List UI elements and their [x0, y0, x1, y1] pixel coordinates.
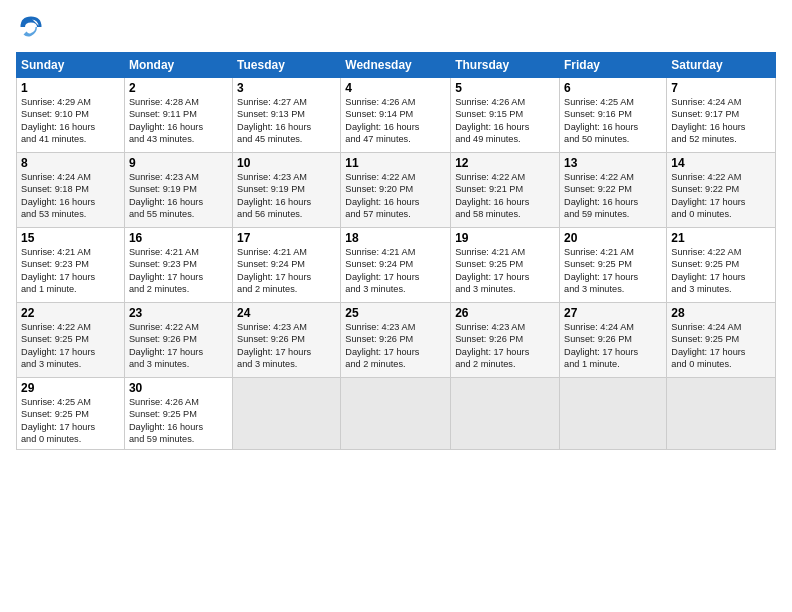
- day-info: Sunrise: 4:21 AM Sunset: 9:23 PM Dayligh…: [129, 246, 228, 296]
- table-row: 23Sunrise: 4:22 AM Sunset: 9:26 PM Dayli…: [124, 303, 232, 378]
- table-row: 16Sunrise: 4:21 AM Sunset: 9:23 PM Dayli…: [124, 228, 232, 303]
- day-number: 21: [671, 231, 771, 245]
- day-number: 30: [129, 381, 228, 395]
- table-row: 22Sunrise: 4:22 AM Sunset: 9:25 PM Dayli…: [17, 303, 125, 378]
- col-sunday: Sunday: [17, 53, 125, 78]
- day-number: 14: [671, 156, 771, 170]
- day-number: 27: [564, 306, 662, 320]
- col-monday: Monday: [124, 53, 232, 78]
- table-row: 20Sunrise: 4:21 AM Sunset: 9:25 PM Dayli…: [560, 228, 667, 303]
- calendar-row: 15Sunrise: 4:21 AM Sunset: 9:23 PM Dayli…: [17, 228, 776, 303]
- calendar-row: 29Sunrise: 4:25 AM Sunset: 9:25 PM Dayli…: [17, 378, 776, 450]
- day-number: 2: [129, 81, 228, 95]
- day-info: Sunrise: 4:21 AM Sunset: 9:24 PM Dayligh…: [237, 246, 336, 296]
- day-info: Sunrise: 4:22 AM Sunset: 9:22 PM Dayligh…: [564, 171, 662, 221]
- day-number: 28: [671, 306, 771, 320]
- day-info: Sunrise: 4:23 AM Sunset: 9:19 PM Dayligh…: [237, 171, 336, 221]
- table-row: 14Sunrise: 4:22 AM Sunset: 9:22 PM Dayli…: [667, 153, 776, 228]
- calendar-container: Sunday Monday Tuesday Wednesday Thursday…: [0, 0, 792, 612]
- day-number: 12: [455, 156, 555, 170]
- table-row: 29Sunrise: 4:25 AM Sunset: 9:25 PM Dayli…: [17, 378, 125, 450]
- table-row: 2Sunrise: 4:28 AM Sunset: 9:11 PM Daylig…: [124, 78, 232, 153]
- calendar-row: 8Sunrise: 4:24 AM Sunset: 9:18 PM Daylig…: [17, 153, 776, 228]
- day-info: Sunrise: 4:22 AM Sunset: 9:22 PM Dayligh…: [671, 171, 771, 221]
- day-info: Sunrise: 4:21 AM Sunset: 9:25 PM Dayligh…: [564, 246, 662, 296]
- day-number: 9: [129, 156, 228, 170]
- day-info: Sunrise: 4:21 AM Sunset: 9:23 PM Dayligh…: [21, 246, 120, 296]
- table-row: 10Sunrise: 4:23 AM Sunset: 9:19 PM Dayli…: [233, 153, 341, 228]
- day-info: Sunrise: 4:26 AM Sunset: 9:15 PM Dayligh…: [455, 96, 555, 146]
- day-number: 5: [455, 81, 555, 95]
- col-friday: Friday: [560, 53, 667, 78]
- logo: [16, 12, 50, 42]
- col-tuesday: Tuesday: [233, 53, 341, 78]
- calendar-row: 22Sunrise: 4:22 AM Sunset: 9:25 PM Dayli…: [17, 303, 776, 378]
- day-number: 19: [455, 231, 555, 245]
- table-row: 3Sunrise: 4:27 AM Sunset: 9:13 PM Daylig…: [233, 78, 341, 153]
- table-row: 13Sunrise: 4:22 AM Sunset: 9:22 PM Dayli…: [560, 153, 667, 228]
- day-number: 10: [237, 156, 336, 170]
- table-row: [667, 378, 776, 450]
- day-info: Sunrise: 4:23 AM Sunset: 9:26 PM Dayligh…: [345, 321, 446, 371]
- day-info: Sunrise: 4:24 AM Sunset: 9:26 PM Dayligh…: [564, 321, 662, 371]
- table-row: [451, 378, 560, 450]
- table-row: [560, 378, 667, 450]
- day-number: 18: [345, 231, 446, 245]
- table-row: 8Sunrise: 4:24 AM Sunset: 9:18 PM Daylig…: [17, 153, 125, 228]
- day-info: Sunrise: 4:25 AM Sunset: 9:25 PM Dayligh…: [21, 396, 120, 446]
- table-row: 17Sunrise: 4:21 AM Sunset: 9:24 PM Dayli…: [233, 228, 341, 303]
- table-row: 7Sunrise: 4:24 AM Sunset: 9:17 PM Daylig…: [667, 78, 776, 153]
- day-number: 23: [129, 306, 228, 320]
- table-row: [341, 378, 451, 450]
- calendar-table: Sunday Monday Tuesday Wednesday Thursday…: [16, 52, 776, 450]
- day-info: Sunrise: 4:23 AM Sunset: 9:19 PM Dayligh…: [129, 171, 228, 221]
- day-number: 8: [21, 156, 120, 170]
- day-number: 16: [129, 231, 228, 245]
- day-number: 1: [21, 81, 120, 95]
- day-number: 3: [237, 81, 336, 95]
- day-info: Sunrise: 4:22 AM Sunset: 9:20 PM Dayligh…: [345, 171, 446, 221]
- table-row: 1Sunrise: 4:29 AM Sunset: 9:10 PM Daylig…: [17, 78, 125, 153]
- day-number: 22: [21, 306, 120, 320]
- logo-icon: [16, 12, 46, 42]
- day-info: Sunrise: 4:25 AM Sunset: 9:16 PM Dayligh…: [564, 96, 662, 146]
- table-row: 18Sunrise: 4:21 AM Sunset: 9:24 PM Dayli…: [341, 228, 451, 303]
- day-number: 4: [345, 81, 446, 95]
- calendar-body: 1Sunrise: 4:29 AM Sunset: 9:10 PM Daylig…: [17, 78, 776, 450]
- day-info: Sunrise: 4:23 AM Sunset: 9:26 PM Dayligh…: [237, 321, 336, 371]
- day-number: 13: [564, 156, 662, 170]
- col-saturday: Saturday: [667, 53, 776, 78]
- day-number: 7: [671, 81, 771, 95]
- col-wednesday: Wednesday: [341, 53, 451, 78]
- day-info: Sunrise: 4:26 AM Sunset: 9:14 PM Dayligh…: [345, 96, 446, 146]
- calendar-row: 1Sunrise: 4:29 AM Sunset: 9:10 PM Daylig…: [17, 78, 776, 153]
- day-info: Sunrise: 4:24 AM Sunset: 9:25 PM Dayligh…: [671, 321, 771, 371]
- day-info: Sunrise: 4:27 AM Sunset: 9:13 PM Dayligh…: [237, 96, 336, 146]
- day-number: 26: [455, 306, 555, 320]
- day-number: 15: [21, 231, 120, 245]
- table-row: [233, 378, 341, 450]
- day-info: Sunrise: 4:28 AM Sunset: 9:11 PM Dayligh…: [129, 96, 228, 146]
- day-info: Sunrise: 4:21 AM Sunset: 9:24 PM Dayligh…: [345, 246, 446, 296]
- table-row: 15Sunrise: 4:21 AM Sunset: 9:23 PM Dayli…: [17, 228, 125, 303]
- table-row: 19Sunrise: 4:21 AM Sunset: 9:25 PM Dayli…: [451, 228, 560, 303]
- day-info: Sunrise: 4:26 AM Sunset: 9:25 PM Dayligh…: [129, 396, 228, 446]
- day-info: Sunrise: 4:29 AM Sunset: 9:10 PM Dayligh…: [21, 96, 120, 146]
- day-number: 24: [237, 306, 336, 320]
- table-row: 28Sunrise: 4:24 AM Sunset: 9:25 PM Dayli…: [667, 303, 776, 378]
- table-row: 21Sunrise: 4:22 AM Sunset: 9:25 PM Dayli…: [667, 228, 776, 303]
- table-row: 25Sunrise: 4:23 AM Sunset: 9:26 PM Dayli…: [341, 303, 451, 378]
- col-thursday: Thursday: [451, 53, 560, 78]
- table-row: 12Sunrise: 4:22 AM Sunset: 9:21 PM Dayli…: [451, 153, 560, 228]
- day-info: Sunrise: 4:21 AM Sunset: 9:25 PM Dayligh…: [455, 246, 555, 296]
- header-row: Sunday Monday Tuesday Wednesday Thursday…: [17, 53, 776, 78]
- day-number: 17: [237, 231, 336, 245]
- table-row: 6Sunrise: 4:25 AM Sunset: 9:16 PM Daylig…: [560, 78, 667, 153]
- table-row: 5Sunrise: 4:26 AM Sunset: 9:15 PM Daylig…: [451, 78, 560, 153]
- table-row: 26Sunrise: 4:23 AM Sunset: 9:26 PM Dayli…: [451, 303, 560, 378]
- day-number: 20: [564, 231, 662, 245]
- table-row: 11Sunrise: 4:22 AM Sunset: 9:20 PM Dayli…: [341, 153, 451, 228]
- header: [16, 12, 776, 42]
- day-info: Sunrise: 4:22 AM Sunset: 9:21 PM Dayligh…: [455, 171, 555, 221]
- table-row: 30Sunrise: 4:26 AM Sunset: 9:25 PM Dayli…: [124, 378, 232, 450]
